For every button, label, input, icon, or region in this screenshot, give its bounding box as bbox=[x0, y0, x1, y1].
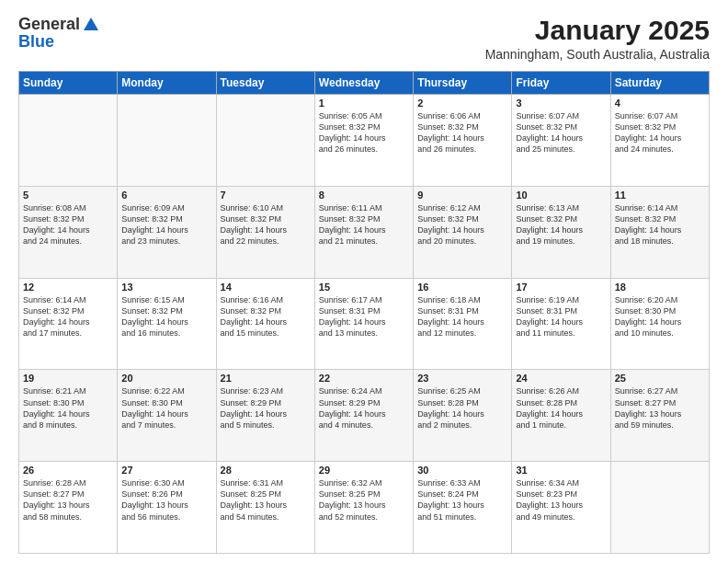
calendar-cell: 7Sunrise: 6:10 AMSunset: 8:32 PMDaylight… bbox=[216, 186, 314, 278]
weekday-header-tuesday: Tuesday bbox=[216, 72, 314, 95]
calendar-cell: 6Sunrise: 6:09 AMSunset: 8:32 PMDaylight… bbox=[118, 186, 216, 278]
calendar-cell: 25Sunrise: 6:27 AMSunset: 8:27 PMDayligh… bbox=[610, 370, 709, 462]
day-number: 26 bbox=[23, 465, 113, 476]
calendar-cell: 27Sunrise: 6:30 AMSunset: 8:26 PMDayligh… bbox=[118, 462, 216, 554]
calendar-cell: 30Sunrise: 6:33 AMSunset: 8:24 PMDayligh… bbox=[414, 462, 512, 554]
day-number: 27 bbox=[121, 465, 211, 476]
day-number: 15 bbox=[319, 282, 409, 293]
calendar-cell: 14Sunrise: 6:16 AMSunset: 8:32 PMDayligh… bbox=[216, 278, 314, 370]
calendar-week-row: 26Sunrise: 6:28 AMSunset: 8:27 PMDayligh… bbox=[19, 462, 710, 554]
calendar-cell: 11Sunrise: 6:14 AMSunset: 8:32 PMDayligh… bbox=[610, 186, 709, 278]
day-info: Sunrise: 6:34 AMSunset: 8:23 PMDaylight:… bbox=[516, 477, 606, 523]
weekday-header-wednesday: Wednesday bbox=[314, 72, 413, 95]
calendar-week-row: 12Sunrise: 6:14 AMSunset: 8:32 PMDayligh… bbox=[19, 278, 710, 370]
calendar-cell: 18Sunrise: 6:20 AMSunset: 8:30 PMDayligh… bbox=[610, 278, 709, 370]
calendar-cell: 3Sunrise: 6:07 AMSunset: 8:32 PMDaylight… bbox=[512, 95, 610, 187]
day-number: 14 bbox=[221, 282, 311, 293]
calendar-cell bbox=[610, 462, 709, 554]
calendar-cell bbox=[19, 95, 118, 187]
calendar-cell: 31Sunrise: 6:34 AMSunset: 8:23 PMDayligh… bbox=[512, 462, 610, 554]
day-info: Sunrise: 6:12 AMSunset: 8:32 PMDaylight:… bbox=[417, 202, 507, 247]
day-number: 7 bbox=[221, 190, 311, 201]
calendar-cell: 5Sunrise: 6:08 AMSunset: 8:32 PMDaylight… bbox=[19, 186, 118, 278]
calendar-week-row: 5Sunrise: 6:08 AMSunset: 8:32 PMDaylight… bbox=[19, 186, 710, 278]
day-number: 31 bbox=[516, 465, 606, 476]
day-info: Sunrise: 6:26 AMSunset: 8:28 PMDaylight:… bbox=[516, 385, 606, 431]
day-info: Sunrise: 6:14 AMSunset: 8:32 PMDaylight:… bbox=[615, 202, 705, 247]
weekday-header-sunday: Sunday bbox=[19, 72, 118, 95]
day-info: Sunrise: 6:07 AMSunset: 8:32 PMDaylight:… bbox=[615, 110, 705, 155]
day-number: 22 bbox=[319, 373, 409, 384]
calendar-cell: 24Sunrise: 6:26 AMSunset: 8:28 PMDayligh… bbox=[512, 370, 610, 462]
weekday-header-thursday: Thursday bbox=[414, 72, 512, 95]
day-number: 4 bbox=[615, 98, 705, 109]
title-block: January 2025 Manningham, South Australia… bbox=[485, 15, 710, 62]
calendar-table: SundayMondayTuesdayWednesdayThursdayFrid… bbox=[18, 71, 710, 554]
day-number: 18 bbox=[615, 282, 705, 293]
calendar-week-row: 19Sunrise: 6:21 AMSunset: 8:30 PMDayligh… bbox=[19, 370, 710, 462]
day-number: 25 bbox=[615, 373, 705, 384]
calendar-cell: 28Sunrise: 6:31 AMSunset: 8:25 PMDayligh… bbox=[216, 462, 314, 554]
day-info: Sunrise: 6:32 AMSunset: 8:25 PMDaylight:… bbox=[319, 477, 409, 523]
day-number: 11 bbox=[615, 190, 705, 201]
page: General Blue January 2025 Manningham, So… bbox=[0, 0, 728, 563]
calendar-cell: 2Sunrise: 6:06 AMSunset: 8:32 PMDaylight… bbox=[414, 95, 512, 187]
day-number: 20 bbox=[121, 373, 211, 384]
day-number: 17 bbox=[516, 282, 606, 293]
day-info: Sunrise: 6:25 AMSunset: 8:28 PMDaylight:… bbox=[417, 385, 507, 431]
day-number: 28 bbox=[221, 465, 311, 476]
weekday-header-monday: Monday bbox=[118, 72, 216, 95]
day-info: Sunrise: 6:33 AMSunset: 8:24 PMDaylight:… bbox=[417, 477, 507, 523]
day-info: Sunrise: 6:15 AMSunset: 8:32 PMDaylight:… bbox=[121, 294, 211, 339]
logo-blue-text: Blue bbox=[18, 32, 54, 52]
logo-general-text: General bbox=[18, 15, 80, 34]
day-info: Sunrise: 6:08 AMSunset: 8:32 PMDaylight:… bbox=[23, 202, 113, 247]
day-number: 12 bbox=[23, 282, 113, 293]
logo-icon bbox=[82, 16, 100, 34]
day-info: Sunrise: 6:06 AMSunset: 8:32 PMDaylight:… bbox=[417, 110, 507, 155]
day-number: 29 bbox=[319, 465, 409, 476]
day-info: Sunrise: 6:19 AMSunset: 8:31 PMDaylight:… bbox=[516, 294, 606, 339]
day-info: Sunrise: 6:16 AMSunset: 8:32 PMDaylight:… bbox=[221, 294, 311, 339]
calendar-week-row: 1Sunrise: 6:05 AMSunset: 8:32 PMDaylight… bbox=[19, 95, 710, 187]
day-info: Sunrise: 6:28 AMSunset: 8:27 PMDaylight:… bbox=[23, 477, 113, 523]
calendar-cell: 26Sunrise: 6:28 AMSunset: 8:27 PMDayligh… bbox=[19, 462, 118, 554]
day-info: Sunrise: 6:23 AMSunset: 8:29 PMDaylight:… bbox=[221, 385, 311, 431]
day-number: 1 bbox=[319, 98, 409, 109]
weekday-header-row: SundayMondayTuesdayWednesdayThursdayFrid… bbox=[19, 72, 710, 95]
day-number: 9 bbox=[417, 190, 507, 201]
calendar-cell: 8Sunrise: 6:11 AMSunset: 8:32 PMDaylight… bbox=[314, 186, 413, 278]
svg-marker-0 bbox=[84, 17, 98, 30]
calendar-cell: 13Sunrise: 6:15 AMSunset: 8:32 PMDayligh… bbox=[118, 278, 216, 370]
day-number: 13 bbox=[121, 282, 211, 293]
calendar-cell: 21Sunrise: 6:23 AMSunset: 8:29 PMDayligh… bbox=[216, 370, 314, 462]
day-number: 3 bbox=[516, 98, 606, 109]
weekday-header-saturday: Saturday bbox=[610, 72, 709, 95]
day-info: Sunrise: 6:07 AMSunset: 8:32 PMDaylight:… bbox=[516, 110, 606, 155]
calendar-cell bbox=[118, 95, 216, 187]
weekday-header-friday: Friday bbox=[512, 72, 610, 95]
day-info: Sunrise: 6:18 AMSunset: 8:31 PMDaylight:… bbox=[417, 294, 507, 339]
calendar-title: January 2025 bbox=[485, 15, 710, 45]
day-number: 24 bbox=[516, 373, 606, 384]
day-info: Sunrise: 6:13 AMSunset: 8:32 PMDaylight:… bbox=[516, 202, 606, 247]
day-number: 10 bbox=[516, 190, 606, 201]
calendar-subtitle: Manningham, South Australia, Australia bbox=[485, 47, 710, 62]
day-info: Sunrise: 6:24 AMSunset: 8:29 PMDaylight:… bbox=[319, 385, 409, 431]
day-info: Sunrise: 6:17 AMSunset: 8:31 PMDaylight:… bbox=[319, 294, 409, 339]
day-number: 8 bbox=[319, 190, 409, 201]
day-info: Sunrise: 6:27 AMSunset: 8:27 PMDaylight:… bbox=[615, 385, 705, 431]
logo: General Blue bbox=[18, 15, 100, 52]
day-number: 21 bbox=[221, 373, 311, 384]
day-info: Sunrise: 6:20 AMSunset: 8:30 PMDaylight:… bbox=[615, 294, 705, 339]
calendar-cell: 16Sunrise: 6:18 AMSunset: 8:31 PMDayligh… bbox=[414, 278, 512, 370]
calendar-cell: 22Sunrise: 6:24 AMSunset: 8:29 PMDayligh… bbox=[314, 370, 413, 462]
day-number: 30 bbox=[417, 465, 507, 476]
day-number: 5 bbox=[23, 190, 113, 201]
calendar-cell: 12Sunrise: 6:14 AMSunset: 8:32 PMDayligh… bbox=[19, 278, 118, 370]
day-number: 19 bbox=[23, 373, 113, 384]
day-number: 16 bbox=[417, 282, 507, 293]
header: General Blue January 2025 Manningham, So… bbox=[18, 15, 710, 62]
day-info: Sunrise: 6:09 AMSunset: 8:32 PMDaylight:… bbox=[121, 202, 211, 247]
calendar-cell: 17Sunrise: 6:19 AMSunset: 8:31 PMDayligh… bbox=[512, 278, 610, 370]
